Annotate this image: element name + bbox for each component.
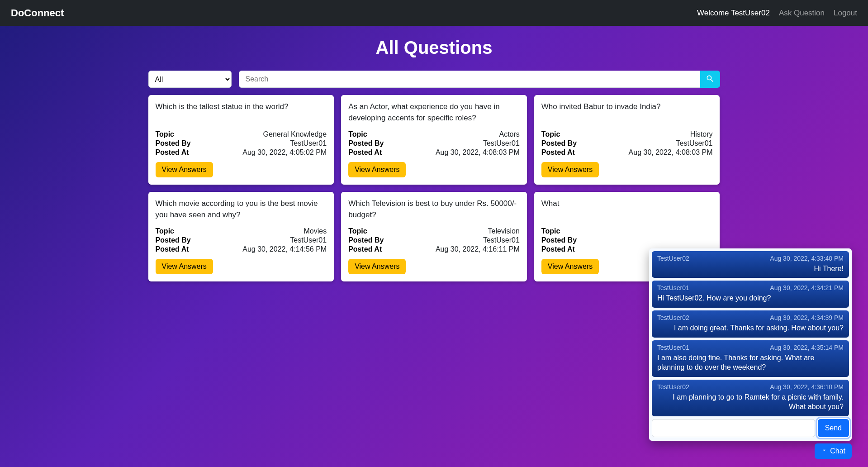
value-topic: Movies	[304, 227, 327, 235]
label-posted-at: Posted At	[541, 148, 575, 157]
chat-toggle-button[interactable]: Chat	[815, 443, 852, 459]
label-posted-at: Posted At	[156, 148, 189, 157]
chat-message: TestUser02 Aug 30, 2022, 4:36:10 PM I am…	[652, 380, 849, 416]
value-posted-at: Aug 30, 2022, 4:05:02 PM	[242, 148, 327, 157]
question-text: Which movie according to you is the best…	[156, 198, 327, 221]
chat-message: TestUser01 Aug 30, 2022, 4:34:21 PM Hi T…	[652, 281, 849, 308]
chat-message-time: Aug 30, 2022, 4:34:39 PM	[770, 314, 844, 321]
label-topic: Topic	[156, 227, 174, 235]
label-posted-by: Posted By	[348, 139, 384, 148]
topic-filter-select[interactable]: All	[148, 71, 232, 88]
chat-message-time: Aug 30, 2022, 4:35:14 PM	[770, 344, 844, 351]
label-posted-by: Posted By	[348, 236, 384, 244]
chat-message-time: Aug 30, 2022, 4:36:10 PM	[770, 383, 844, 391]
question-text: What	[541, 198, 713, 221]
view-answers-button[interactable]: View Answers	[348, 162, 406, 177]
label-posted-by: Posted By	[541, 139, 577, 148]
chat-message-user: TestUser02	[657, 314, 689, 321]
value-posted-by: TestUser01	[290, 236, 327, 244]
question-text: Which Television is best to buy under Rs…	[348, 198, 520, 221]
chat-message-body: Hi TestUser02. How are you doing?	[657, 293, 844, 303]
chat-message: TestUser02 Aug 30, 2022, 4:33:40 PM Hi T…	[652, 251, 849, 278]
chevron-down-icon	[821, 447, 827, 455]
value-posted-by: TestUser01	[483, 236, 520, 244]
page-title: All Questions	[0, 38, 868, 58]
value-posted-by: TestUser01	[676, 139, 713, 148]
question-card: Who invited Babur to invade India? Topic…	[534, 95, 720, 185]
questions-grid: Which is the tallest statue in the world…	[145, 95, 724, 281]
search-button[interactable]	[700, 71, 720, 88]
value-posted-at: Aug 30, 2022, 4:08:03 PM	[629, 148, 713, 157]
chat-input-row: Send	[652, 419, 849, 437]
search-group	[239, 71, 720, 88]
chat-message-body: I am planning to go to Ramtek for a picn…	[657, 392, 844, 412]
label-topic: Topic	[348, 227, 367, 235]
value-posted-by: TestUser01	[290, 139, 327, 148]
chat-input[interactable]	[652, 419, 815, 437]
value-topic: History	[690, 130, 713, 138]
brand-logo[interactable]: DoConnect	[11, 7, 64, 19]
chat-message-body: I am also doing fine. Thanks for asking.…	[657, 353, 844, 372]
question-text: Who invited Babur to invade India?	[541, 101, 713, 124]
view-answers-button[interactable]: View Answers	[541, 162, 599, 177]
question-text: As an Actor, what experience do you have…	[348, 101, 520, 124]
chat-toggle-label: Chat	[830, 447, 845, 455]
chat-message-user: TestUser01	[657, 284, 689, 291]
label-posted-at: Posted At	[348, 148, 382, 157]
view-answers-button[interactable]: View Answers	[541, 259, 599, 274]
chat-message-body: Hi There!	[657, 264, 844, 274]
chat-message-user: TestUser01	[657, 344, 689, 351]
label-posted-at: Posted At	[156, 245, 189, 253]
value-posted-at: Aug 30, 2022, 4:16:11 PM	[436, 245, 520, 253]
value-topic: Actors	[499, 130, 519, 138]
label-topic: Topic	[541, 227, 560, 235]
chat-message-body: I am doing great. Thanks for asking. How…	[657, 323, 844, 333]
nav-welcome: Welcome TestUser02	[697, 9, 770, 18]
value-posted-at: Aug 30, 2022, 4:08:03 PM	[436, 148, 520, 157]
chat-message: TestUser02 Aug 30, 2022, 4:34:39 PM I am…	[652, 310, 849, 338]
search-input[interactable]	[239, 71, 700, 88]
chat-message: TestUser01 Aug 30, 2022, 4:35:14 PM I am…	[652, 340, 849, 377]
label-posted-at: Posted At	[541, 245, 575, 253]
question-card: Which movie according to you is the best…	[148, 192, 334, 281]
label-topic: Topic	[348, 130, 367, 138]
search-icon	[706, 74, 715, 85]
label-posted-by: Posted By	[156, 236, 191, 244]
label-topic: Topic	[541, 130, 560, 138]
label-topic: Topic	[156, 130, 174, 138]
question-card: Which Television is best to buy under Rs…	[341, 192, 527, 281]
view-answers-button[interactable]: View Answers	[156, 162, 213, 177]
label-posted-by: Posted By	[541, 236, 577, 244]
value-topic: Television	[488, 227, 520, 235]
chat-send-button[interactable]: Send	[818, 419, 849, 437]
view-answers-button[interactable]: View Answers	[156, 259, 213, 274]
nav-logout[interactable]: Logout	[834, 9, 857, 18]
question-text: Which is the tallest statue in the world…	[156, 101, 327, 124]
value-posted-at: Aug 30, 2022, 4:14:56 PM	[242, 245, 327, 253]
chat-panel: TestUser02 Aug 30, 2022, 4:33:40 PM Hi T…	[649, 248, 852, 441]
navbar: DoConnect Welcome TestUser02 Ask Questio…	[0, 0, 868, 26]
view-answers-button[interactable]: View Answers	[348, 259, 406, 274]
nav-ask-question[interactable]: Ask Question	[779, 9, 825, 18]
chat-message-time: Aug 30, 2022, 4:33:40 PM	[770, 255, 844, 262]
label-posted-at: Posted At	[348, 245, 382, 253]
chat-message-user: TestUser02	[657, 383, 689, 391]
question-card: As an Actor, what experience do you have…	[341, 95, 527, 185]
value-posted-by: TestUser01	[483, 139, 520, 148]
filter-toolbar: All	[145, 71, 724, 88]
question-card: Which is the tallest statue in the world…	[148, 95, 334, 185]
chat-message-time: Aug 30, 2022, 4:34:21 PM	[770, 284, 844, 291]
chat-message-user: TestUser02	[657, 255, 689, 262]
value-topic: General Knowledge	[263, 130, 327, 138]
label-posted-by: Posted By	[156, 139, 191, 148]
